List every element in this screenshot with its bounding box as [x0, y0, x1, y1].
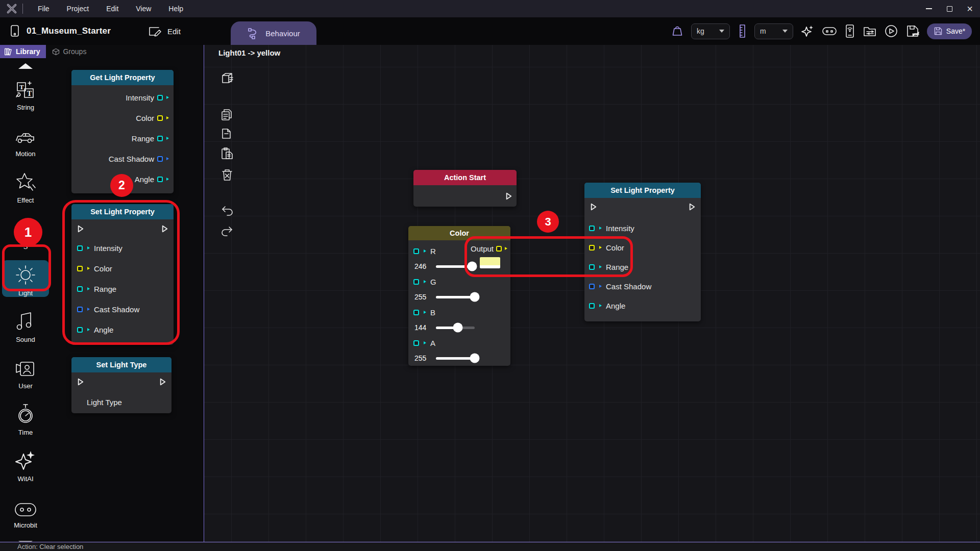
play-preview-icon[interactable] [884, 24, 898, 38]
b-slider[interactable] [436, 327, 475, 329]
svg-text:T: T [27, 90, 32, 97]
port-range[interactable] [77, 286, 83, 292]
port-arrow-icon [166, 116, 169, 119]
canvas-node-color[interactable]: Color R 246 G 255 B 144 A 255 Output [408, 226, 510, 366]
save-sync-icon[interactable] [905, 24, 920, 38]
port-range[interactable] [589, 264, 595, 270]
edit-mode-button[interactable]: Edit [148, 17, 181, 45]
port-angle[interactable] [589, 303, 595, 309]
sidebar-item-string[interactable]: T T String [2, 74, 49, 111]
top-bar: 01_Museum_Starter Edit Behaviour kg [0, 17, 980, 45]
edit-pencil-icon [148, 25, 161, 37]
port-intensity[interactable] [157, 95, 163, 101]
port-r[interactable] [413, 248, 419, 254]
copy-button[interactable] [219, 107, 235, 122]
port-label: Color [606, 243, 624, 252]
behaviour-wire-icon [247, 27, 260, 40]
maximize-button[interactable] [939, 0, 960, 17]
library-node-get-light-property[interactable]: Get Light Property Intensity Color Range… [71, 70, 174, 193]
library-node-set-light-type[interactable]: Set Light Type Light Type [71, 357, 172, 413]
redo-button[interactable] [219, 223, 235, 239]
save-button[interactable]: Save* [927, 23, 972, 39]
port-intensity[interactable] [77, 245, 83, 251]
organize-button[interactable] [219, 70, 235, 86]
exec-out-port[interactable] [687, 202, 697, 212]
menu-project[interactable]: Project [58, 0, 98, 17]
menu-edit[interactable]: Edit [97, 0, 127, 17]
exec-out-port[interactable] [158, 377, 167, 387]
sidebar-item-label: Microbit [14, 521, 37, 529]
menu-view[interactable]: View [127, 0, 160, 17]
tab-behaviour[interactable]: Behaviour [231, 21, 316, 45]
length-unit-select[interactable]: m [754, 23, 793, 39]
minimize-button[interactable] [919, 0, 939, 17]
sidebar-item-light[interactable]: Light [2, 260, 49, 297]
exec-in-port[interactable] [76, 224, 85, 234]
slider-thumb[interactable] [470, 354, 480, 363]
cut-page-button[interactable] [219, 126, 235, 141]
exec-in-port[interactable] [589, 202, 598, 212]
mass-unit-select[interactable]: kg [691, 23, 730, 39]
slider-thumb[interactable] [453, 323, 462, 333]
controller-toggle-icon[interactable] [822, 25, 837, 37]
tab-library[interactable]: Library [0, 45, 46, 58]
sidebar-item-label: String [17, 104, 34, 111]
port-range[interactable] [157, 136, 163, 141]
canvas-node-action-start[interactable]: Action Start [413, 170, 517, 207]
library-node-set-light-property[interactable]: Set Light Property Intensity Color Range… [71, 204, 174, 345]
port-cast-shadow[interactable] [157, 156, 163, 162]
sidebar-item-label: WitAI [17, 475, 33, 483]
ai-sparkle-icon[interactable] [800, 24, 815, 38]
node-title: Get Light Property [71, 70, 174, 85]
scroll-up-icon[interactable] [18, 63, 33, 69]
sidebar-item-sound[interactable]: Sound [2, 307, 49, 343]
port-color[interactable] [157, 115, 163, 121]
port-color[interactable] [589, 245, 595, 251]
port-color[interactable] [77, 266, 83, 271]
port-arrow-icon [166, 96, 169, 99]
tab-groups[interactable]: Groups [46, 45, 92, 58]
menu-help[interactable]: Help [160, 0, 192, 17]
menu-file[interactable]: File [29, 0, 58, 17]
sidebar-item-microbit[interactable]: Microbit [2, 492, 49, 529]
port-cast-shadow[interactable] [589, 284, 595, 289]
node-title: Set Light Type [71, 357, 172, 372]
port-output[interactable] [496, 246, 502, 252]
tab-library-label: Library [16, 47, 40, 56]
sidebar-item-witai[interactable]: WitAI [2, 446, 49, 483]
port-angle[interactable] [157, 177, 163, 182]
length-unit-icon [737, 24, 747, 38]
port-intensity[interactable] [589, 226, 595, 231]
sidebar-item-label: Motion [15, 150, 35, 158]
exec-out-port[interactable] [504, 191, 513, 201]
exec-in-port[interactable] [76, 377, 85, 387]
g-slider[interactable] [436, 296, 475, 298]
project-name: 01_Museum_Starter [27, 26, 111, 36]
category-sidebar: T T String Motion Effect [0, 58, 51, 542]
undo-button[interactable] [219, 203, 235, 218]
slider-thumb[interactable] [470, 292, 480, 302]
sidebar-item-time[interactable]: Time [2, 399, 49, 436]
port-g[interactable] [413, 279, 419, 285]
paste-button[interactable] [219, 146, 235, 161]
port-a[interactable] [413, 340, 419, 346]
a-slider[interactable] [436, 357, 475, 360]
node-title: Action Start [413, 170, 517, 185]
exec-out-port[interactable] [160, 224, 169, 234]
scene-hierarchy-icon[interactable] [863, 24, 877, 38]
sidebar-item-s-hidden[interactable]: AA S [2, 214, 49, 251]
port-cast-shadow[interactable] [77, 307, 83, 312]
close-button[interactable]: × [960, 0, 980, 17]
canvas-node-set-light-property[interactable]: Set Light Property Intensity Color Range… [584, 183, 701, 321]
device-preview-icon[interactable] [844, 24, 855, 38]
output-row: Angle [71, 169, 174, 189]
sidebar-item-effect[interactable]: Effect [2, 167, 49, 204]
port-b[interactable] [413, 310, 419, 315]
output-label: Output [471, 244, 494, 253]
sidebar-item-motion[interactable]: Motion [2, 121, 49, 158]
behaviour-canvas[interactable]: Light01 -> yellow Action Sta [204, 45, 980, 542]
delete-button[interactable] [219, 167, 235, 183]
sidebar-item-user[interactable]: User [2, 353, 49, 390]
sound-note-icon [14, 310, 37, 333]
port-angle[interactable] [77, 327, 83, 333]
